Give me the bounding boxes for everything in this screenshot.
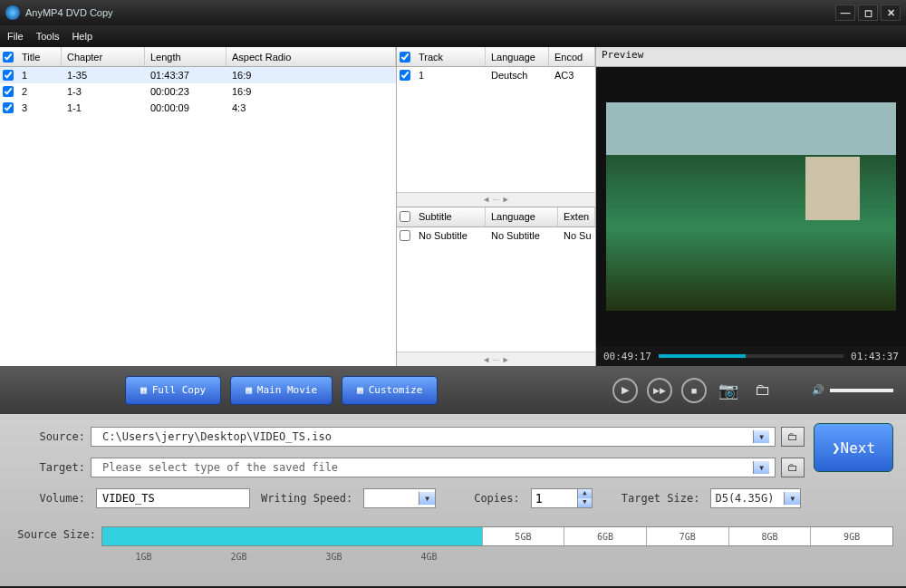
col-length[interactable]: Length (145, 47, 226, 66)
maximize-button[interactable]: ◻ (858, 5, 878, 21)
timebar: 00:49:17 01:43:37 (596, 346, 906, 366)
seek-slider[interactable] (659, 354, 843, 358)
snapshot-button[interactable]: 📷 (716, 380, 741, 401)
minimize-button[interactable]: — (835, 5, 855, 21)
browse-target-button[interactable]: 🗀 (781, 458, 805, 477)
full-copy-button[interactable]: ▦Full Copy (125, 376, 221, 405)
target-size-dropdown[interactable]: D5(4.35G) ▾ (710, 488, 801, 508)
menu-help[interactable]: Help (72, 31, 92, 42)
copies-spinner[interactable]: ▲▼ (531, 488, 593, 508)
title-row-check[interactable] (3, 86, 14, 97)
target-dropdown[interactable]: Please select type of the saved file ▾ (91, 458, 776, 477)
col-title[interactable]: Title (16, 47, 62, 66)
subtitle-scrollbar[interactable]: ◄ ··· ► (397, 352, 595, 366)
track-scrollbar[interactable]: ◄ ··· ► (397, 192, 595, 207)
subtitle-row[interactable]: No Subtitle No Subtitle No Su (397, 227, 595, 244)
form-panel: Source: C:\Users\jerry\Desktop\VIDEO_TS.… (0, 414, 906, 586)
chevron-down-icon: ▾ (753, 430, 769, 443)
col-extension[interactable]: Exten (558, 207, 595, 227)
title-row[interactable]: 2 1-3 00:00:23 16:9 (0, 83, 396, 100)
copies-input[interactable] (532, 489, 577, 507)
track-row-check[interactable] (400, 70, 410, 81)
app-title: AnyMP4 DVD Copy (25, 7, 113, 18)
title-row[interactable]: 1 1-35 01:43:37 16:9 (0, 67, 396, 83)
source-size-label: Source Size: (13, 528, 96, 541)
volume-control[interactable]: 🔊 (812, 384, 893, 396)
track-header: Track Language Encod (397, 47, 595, 67)
time-current: 00:49:17 (603, 351, 651, 362)
target-size-label: Target Size: (622, 492, 700, 505)
close-button[interactable]: ✕ (881, 5, 901, 21)
writing-speed-dropdown[interactable]: ▾ (363, 488, 436, 508)
col-track[interactable]: Track (413, 47, 486, 66)
target-label: Target: (13, 461, 85, 474)
film-icon: ▦ (246, 384, 252, 396)
source-dropdown[interactable]: C:\Users\jerry\Desktop\VIDEO_TS.iso ▾ (91, 427, 776, 447)
subtitle-row-check[interactable] (400, 230, 410, 241)
subtitle-header: Subtitle Language Exten (397, 207, 595, 227)
open-folder-button[interactable]: 🗀 (750, 380, 776, 401)
browse-source-button[interactable]: 🗀 (781, 427, 805, 447)
col-subtitle[interactable]: Subtitle (413, 207, 486, 227)
volume-icon: 🔊 (812, 384, 824, 396)
volume-input[interactable] (96, 488, 250, 508)
volume-label: Volume: (13, 492, 85, 505)
menubar: File Tools Help (0, 25, 906, 47)
customize-button[interactable]: ▦Customize (342, 376, 438, 405)
source-size-bar: 5GB 6GB 7GB 8GB 9GB (101, 526, 893, 546)
app-logo-icon (5, 5, 20, 20)
col-sub-language[interactable]: Language (486, 207, 558, 227)
preview-video[interactable] (596, 67, 906, 346)
writing-speed-label: Writing Speed: (261, 492, 352, 505)
subtitle-checkall[interactable] (400, 211, 410, 222)
source-label: Source: (13, 430, 85, 443)
next-frame-button[interactable]: ▶▶ (647, 378, 672, 403)
col-encoding[interactable]: Encod (549, 47, 595, 66)
preview-panel: Preview 00:49:17 01:43:37 (596, 47, 906, 366)
track-checkall[interactable] (400, 52, 410, 63)
modebar: ▦Full Copy ▦Main Movie ▦Customize ▶ ▶▶ ■… (0, 366, 906, 414)
col-aspect[interactable]: Aspect Radio (226, 47, 396, 66)
next-button[interactable]: ❯Next (814, 423, 893, 472)
menu-tools[interactable]: Tools (36, 31, 60, 42)
track-subtitle-panel: Track Language Encod 1 Deutsch AC3 ◄ ···… (397, 47, 596, 366)
main-movie-button[interactable]: ▦Main Movie (230, 376, 333, 405)
chevron-down-icon: ▾ (753, 461, 769, 474)
title-panel: Title Chapter Length Aspect Radio 1 1-35… (0, 47, 397, 366)
preview-frame (606, 102, 896, 311)
time-total: 01:43:37 (851, 351, 899, 362)
title-header: Title Chapter Length Aspect Radio (0, 47, 396, 67)
titlebar: AnyMP4 DVD Copy — ◻ ✕ (0, 0, 906, 25)
title-checkall[interactable] (3, 52, 14, 63)
track-row[interactable]: 1 Deutsch AC3 (397, 67, 595, 83)
col-track-language[interactable]: Language (486, 47, 549, 66)
play-button[interactable]: ▶ (612, 378, 638, 403)
preview-label: Preview (596, 47, 906, 67)
title-row-check[interactable] (3, 70, 14, 81)
stop-button[interactable]: ■ (681, 378, 707, 403)
title-row-check[interactable] (3, 102, 14, 113)
title-row[interactable]: 3 1-1 00:00:09 4:3 (0, 100, 396, 116)
disc-icon: ▦ (140, 384, 147, 396)
volume-slider[interactable] (830, 389, 893, 392)
menu-file[interactable]: File (7, 31, 24, 42)
source-size-fill (102, 527, 482, 545)
copies-label: Copies: (474, 492, 520, 505)
col-chapter[interactable]: Chapter (62, 47, 145, 66)
customize-icon: ▦ (357, 384, 363, 396)
